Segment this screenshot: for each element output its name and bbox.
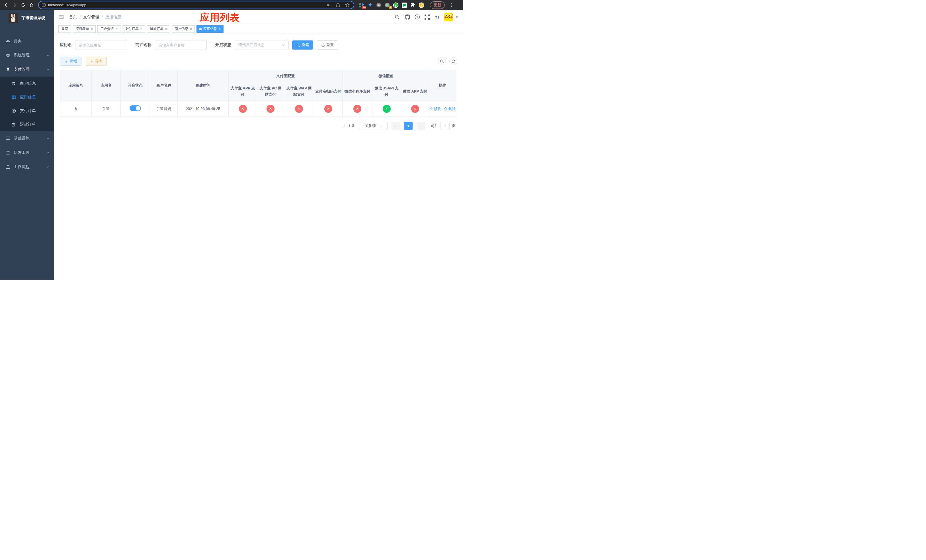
extension-tabs-icon[interactable]: 10: [359, 2, 365, 8]
sidebar-collapse-icon[interactable]: [59, 14, 65, 20]
sidebar-item-label: 首页: [14, 38, 50, 44]
extension-yudao-icon[interactable]: y: [393, 2, 399, 8]
bookmark-star-icon[interactable]: [345, 3, 350, 8]
gear-icon: [6, 53, 10, 58]
tag-merchant-info[interactable]: 商户信息×: [172, 25, 195, 33]
close-icon[interactable]: ×: [141, 27, 142, 31]
svg-text:¥: ¥: [13, 109, 15, 112]
merchant-name-input[interactable]: [155, 40, 207, 50]
col-header-app-id: 应用编号: [60, 70, 92, 101]
sidebar-item-app-info[interactable]: 应用信息: [0, 90, 54, 104]
search-form: 应用名 商户名称 开启状态 请选择开启状态 搜索 重置: [60, 40, 457, 50]
url-text: localhost:1024/pay/app: [48, 3, 324, 7]
table-row: 6 芋道 芋道源码 2021-10-23 08:49:25: [60, 101, 456, 117]
extension-gem-icon[interactable]: [367, 2, 373, 8]
tag-user-group[interactable]: 用户分组×: [97, 25, 121, 33]
extension-wechat-dev-icon[interactable]: [401, 2, 407, 8]
share-icon[interactable]: [336, 3, 340, 8]
close-icon[interactable]: ×: [116, 27, 118, 31]
sidebar-item-pay-order[interactable]: ¥ 支付订单: [0, 104, 54, 118]
plus-icon: ＋: [64, 59, 68, 64]
add-button[interactable]: ＋ 新增: [60, 57, 82, 66]
cell-status: [121, 101, 150, 117]
sidebar-logo-row[interactable]: 芋道管理系统: [0, 10, 54, 26]
close-icon[interactable]: ×: [165, 27, 167, 31]
browser-toolbar: localhost:1024/pay/app 10 ⌘ 1 y: [0, 0, 463, 10]
status-select[interactable]: 请选择开启状态: [235, 40, 289, 50]
sidebar-item-merchant-info[interactable]: 商户信息: [0, 77, 54, 90]
goto-page-input[interactable]: [440, 122, 449, 130]
reload-icon[interactable]: [20, 2, 27, 9]
col-header-wechat-lite: 微信小程序支付: [342, 82, 372, 101]
app-name-label: 应用名: [60, 42, 72, 48]
close-icon[interactable]: ×: [190, 27, 192, 31]
pagination-total: 共 1 条: [344, 123, 355, 129]
search-icon: [297, 43, 300, 47]
tag-home[interactable]: 首页: [58, 25, 71, 33]
sidebar-item-system[interactable]: 系统管理: [0, 48, 54, 62]
document-icon: [11, 122, 16, 127]
back-icon[interactable]: [2, 2, 10, 9]
col-header-merchant: 商户名称: [150, 70, 178, 101]
sidebar-item-infra[interactable]: 基础设施: [0, 131, 54, 145]
chrome-update-button[interactable]: 更新: [430, 2, 445, 9]
search-button[interactable]: 搜索: [292, 41, 313, 50]
tag-process-form[interactable]: 流程表单×: [73, 25, 96, 33]
reset-button[interactable]: 重置: [317, 41, 338, 50]
delete-link[interactable]: 删除: [444, 106, 455, 111]
export-button[interactable]: 导出: [86, 57, 107, 66]
edit-pen-icon: [430, 107, 433, 110]
sidebar-item-devtools[interactable]: 研发工具: [0, 145, 54, 160]
sidebar-item-label: 系统管理: [14, 53, 46, 58]
tag-pay-order[interactable]: 支付订单×: [122, 25, 145, 33]
header-search-icon[interactable]: [394, 14, 400, 20]
forward-icon[interactable]: [11, 2, 18, 9]
col-header-alipay-qr: 支付宝扫码支付: [314, 82, 342, 101]
tag-refund-order[interactable]: 退款订单×: [147, 25, 170, 33]
tag-app-info[interactable]: 应用信息×: [197, 25, 224, 33]
page-number-1[interactable]: 1: [404, 122, 413, 130]
status-toggle[interactable]: [130, 105, 141, 111]
sidebar-item-label: 商户信息: [20, 81, 36, 86]
sidebar-item-refund-order[interactable]: 退款订单: [0, 118, 54, 131]
edit-link[interactable]: 修改: [430, 106, 441, 111]
sidebar-item-workflow[interactable]: 工作流程: [0, 160, 54, 174]
dashboard-icon: [6, 39, 10, 43]
sidebar-item-pay[interactable]: ¥ 支付管理: [0, 62, 54, 77]
github-icon[interactable]: [404, 14, 410, 20]
chevron-down-icon: [46, 53, 50, 57]
prev-page-button[interactable]: ‹: [392, 122, 400, 130]
close-icon[interactable]: ×: [219, 27, 221, 31]
user-avatar[interactable]: [444, 13, 453, 21]
home-icon[interactable]: [28, 2, 35, 9]
coin-yen-icon: ¥: [11, 109, 16, 113]
extensions-area: 10 ⌘ 1 y 更新 ⋮: [359, 2, 454, 9]
col-header-status: 开启状态: [121, 70, 150, 101]
password-key-icon[interactable]: [326, 3, 331, 8]
page-size-select[interactable]: 10条/页: [359, 122, 387, 130]
extension-proxy-icon[interactable]: 1: [384, 2, 390, 8]
sidebar-item-home[interactable]: 首页: [0, 34, 54, 48]
breadcrumb-home[interactable]: 首页: [69, 15, 77, 20]
help-icon[interactable]: ?: [414, 14, 420, 20]
show-search-toggle-button[interactable]: [438, 57, 446, 65]
extensions-puzzle-icon[interactable]: [410, 2, 416, 8]
site-info-icon[interactable]: [42, 3, 46, 7]
cell-app-id: 6: [60, 101, 92, 117]
close-icon[interactable]: ×: [91, 27, 93, 31]
font-size-icon[interactable]: TT: [434, 14, 440, 20]
avatar-caret-icon[interactable]: ▼: [455, 15, 458, 19]
grid-icon: [11, 95, 16, 100]
goto-label: 前往: [431, 123, 438, 129]
profile-emoji-icon[interactable]: [419, 2, 424, 8]
sidebar-submenu-pay: 商户信息 应用信息 ¥ 支付订单 退款订单: [0, 77, 54, 131]
next-page-button[interactable]: ›: [416, 122, 425, 130]
fullscreen-icon[interactable]: [424, 14, 430, 20]
breadcrumb-pay[interactable]: 支付管理: [83, 15, 99, 20]
extension-command-icon[interactable]: ⌘: [376, 2, 381, 8]
refresh-table-button[interactable]: [449, 57, 457, 65]
app-name-input[interactable]: [75, 40, 127, 50]
address-bar[interactable]: localhost:1024/pay/app: [38, 1, 354, 9]
browser-menu-icon[interactable]: ⋮: [449, 3, 454, 8]
page-content: 应用名 商户名称 开启状态 请选择开启状态 搜索 重置: [54, 34, 463, 280]
